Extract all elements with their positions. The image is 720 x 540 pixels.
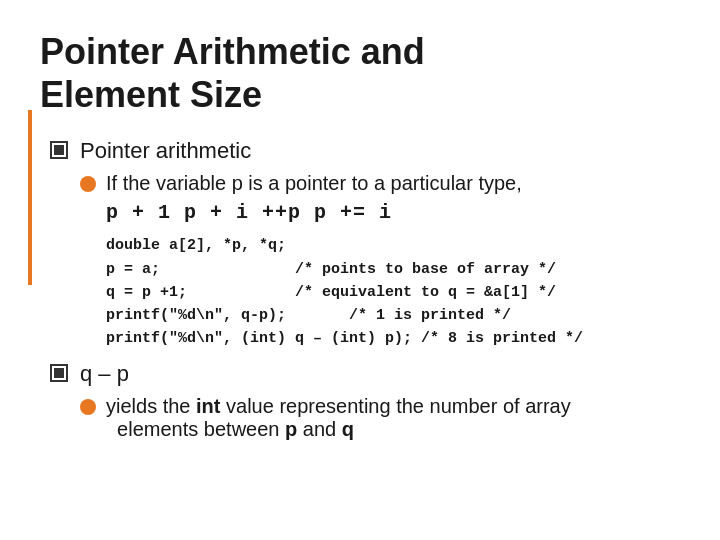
sub-bullet-yields: yields the int value representing the nu… (80, 395, 680, 441)
checkbox-icon-2 (50, 364, 68, 382)
main-bullet-pointer-arithmetic: Pointer arithmetic (50, 138, 680, 164)
slide-title: Pointer Arithmetic and Element Size (40, 30, 680, 116)
inline-code-arithmetic: p + 1 p + i ++p p += i (106, 201, 680, 224)
main-bullet-q-minus-p: q – p (50, 361, 680, 387)
q-keyword: q (342, 418, 354, 440)
code-block: double a[2], *p, *q; p = a; /* points to… (106, 234, 680, 350)
sub-bullet-text: If the variable p is a pointer to a part… (106, 172, 522, 195)
code-line-2: p = a; /* points to base of array */ (106, 258, 680, 281)
sub-bullet-if-variable: If the variable p is a pointer to a part… (80, 172, 680, 195)
orange-dot-icon-2 (80, 399, 96, 415)
content-area: Pointer arithmetic If the variable p is … (40, 138, 680, 440)
orange-dot-icon (80, 176, 96, 192)
code-line-5: printf("%d\n", (int) q – (int) p); /* 8 … (106, 327, 680, 350)
sub-bullet2-text: yields the int value representing the nu… (106, 395, 571, 441)
int-keyword: int (196, 395, 220, 417)
accent-bar (28, 110, 32, 285)
checkbox-icon (50, 141, 68, 159)
title-line2: Element Size (40, 74, 262, 115)
title-line1: Pointer Arithmetic and (40, 31, 425, 72)
bullet2-label: q – p (80, 361, 129, 387)
code-line-1: double a[2], *p, *q; (106, 234, 680, 257)
p-keyword: p (285, 418, 297, 440)
slide: Pointer Arithmetic and Element Size Poin… (0, 0, 720, 540)
main-bullet-label: Pointer arithmetic (80, 138, 251, 164)
code-line-3: q = p +1; /* equivalent to q = &a[1] */ (106, 281, 680, 304)
code-line-4: printf("%d\n", q-p); /* 1 is printed */ (106, 304, 680, 327)
